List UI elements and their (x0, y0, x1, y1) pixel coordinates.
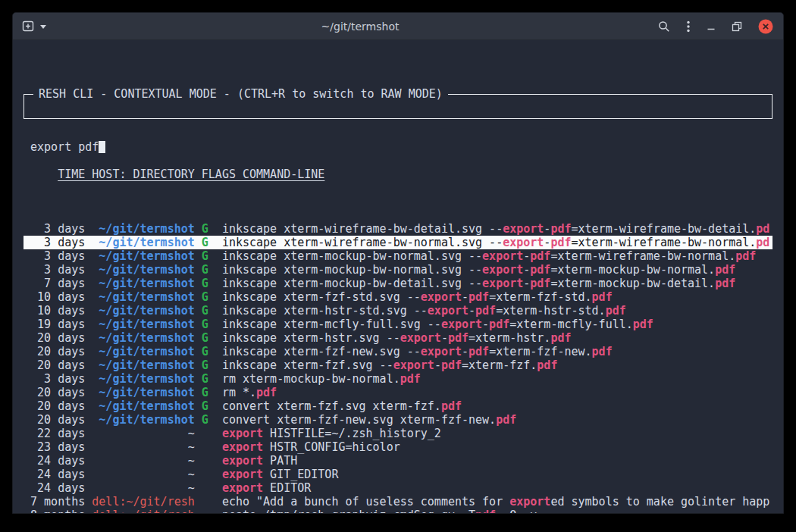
row-flags: G (195, 277, 222, 290)
history-row[interactable]: 3 days ~/git/termshot G inkscape xterm-w… (24, 222, 772, 236)
row-command-match: pd (756, 222, 769, 236)
row-time: 22 days (24, 427, 92, 440)
row-command-text: inkscape xterm-hstr.svg -- (222, 331, 400, 345)
row-time: 3 days (24, 263, 92, 277)
row-host-directory: ~/git/termshot (99, 236, 194, 249)
row-command-text: =xterm-mockup-bw-normal. (550, 263, 715, 277)
row-command-text: EDITOR (263, 481, 311, 495)
row-command-match: pdf (715, 277, 735, 290)
close-icon (757, 18, 774, 35)
history-row-selected[interactable]: 3 days ~/git/termshot G inkscape xterm-w… (24, 236, 772, 249)
row-command-match: export (393, 358, 434, 372)
history-row[interactable]: 20 days ~/git/termshot G convert xterm-f… (24, 413, 772, 427)
menu-button[interactable] (686, 20, 691, 33)
history-row[interactable]: 3 days ~/git/termshot G rm xterm-mockup-… (24, 372, 772, 386)
row-host-pad (92, 358, 99, 372)
row-host-pad (92, 263, 99, 277)
restore-button[interactable] (732, 21, 742, 32)
row-time: 19 days (24, 318, 92, 331)
history-row[interactable]: 19 days ~/git/termshot G inkscape xterm-… (24, 318, 772, 331)
minimize-button[interactable] (706, 21, 716, 32)
row-command-match: pdf (537, 358, 557, 372)
row-time: 24 days (24, 454, 92, 468)
row-host-pad (92, 468, 187, 481)
history-row[interactable]: 24 days ~ export PATH (24, 454, 772, 468)
row-command-match: pdf (496, 413, 516, 427)
history-row[interactable]: 3 days ~/git/termshot G inkscape xterm-m… (24, 249, 772, 263)
row-host-directory: dell:~/git/resh (92, 509, 194, 513)
row-time: 24 days (24, 468, 92, 481)
row-host-directory: ~/git/termshot (99, 399, 194, 413)
row-host-directory: ~/git/termshot (99, 222, 194, 236)
row-command-match: pdf (448, 331, 469, 345)
row-flags: G (195, 249, 222, 263)
history-row[interactable]: 20 days ~/git/termshot G inkscape xterm-… (24, 345, 772, 358)
close-button[interactable] (757, 18, 774, 35)
row-command-match: export (222, 440, 263, 454)
history-row[interactable]: 20 days ~/git/termshot G convert xterm-f… (24, 399, 772, 413)
row-command-text: =xterm-hstr-std. (496, 304, 606, 318)
new-tab-button[interactable] (22, 20, 47, 33)
history-row[interactable]: 20 days ~/git/termshot G inkscape xterm-… (24, 358, 772, 372)
row-command-text: neato /tmp/resh-graphviz-cmdSeq.gv -T (222, 509, 475, 513)
row-command-match: pdf (735, 249, 756, 263)
row-flags: G (195, 290, 222, 304)
row-host-directory: ~ (188, 468, 195, 481)
row-command-match: pdf (592, 345, 613, 358)
row-flags: G (195, 236, 222, 249)
row-command-text: -O -v (496, 509, 537, 513)
row-command-text: - (482, 318, 489, 331)
row-command-text: convert xterm-fzf.svg xterm-fzf. (222, 399, 441, 413)
terminal-window: ~/git/termshot (12, 12, 784, 514)
history-row[interactable]: 24 days ~ export GIT_EDITOR (24, 468, 772, 481)
row-host-directory: ~/git/termshot (99, 290, 194, 304)
row-command-match: pdf (633, 318, 653, 331)
history-row[interactable]: 23 days ~ export HSTR_CONFIG=hicolor (24, 440, 772, 454)
row-command-text: - (441, 331, 448, 345)
history-row[interactable]: 20 days ~/git/termshot G inkscape xterm-… (24, 331, 772, 345)
row-time: 20 days (24, 358, 92, 372)
row-command-text: - (469, 304, 475, 318)
row-command-text: inkscape xterm-hstr-std.svg -- (222, 304, 428, 318)
row-command-match: export (441, 318, 482, 331)
row-command-text: echo "Add a bunch of useless comments fo… (222, 495, 509, 509)
row-command-match: pdf (441, 358, 462, 372)
row-command-text: =xterm-fzf. (462, 358, 537, 372)
row-command-text: =xterm-hstr. (469, 331, 550, 345)
search-box-title: RESH CLI - CONTEXTUAL MODE - (CTRL+R to … (33, 87, 448, 101)
row-command-text: HSTR_CONFIG=hicolor (263, 440, 400, 454)
search-query-input[interactable]: export pdf (24, 136, 772, 158)
history-row[interactable]: 7 days ~/git/termshot G inkscape xterm-m… (24, 277, 772, 290)
row-command-match: pdf (530, 263, 550, 277)
row-host-directory: ~/git/termshot (99, 413, 194, 427)
row-flags (195, 468, 222, 481)
restore-icon (732, 21, 742, 32)
row-command-text: =xterm-wireframe-bw-detail. (571, 222, 756, 236)
row-command-text: HISTFILE=~/.zsh_history_2 (263, 427, 441, 440)
history-row[interactable]: 10 days ~/git/termshot G inkscape xterm-… (24, 304, 772, 318)
row-command-text: inkscape xterm-wireframe-bw-normal.svg -… (222, 236, 503, 249)
row-command-match: pdf (606, 304, 626, 318)
row-flags (195, 454, 222, 468)
row-flags (195, 481, 222, 495)
history-row[interactable]: 7 months dell:~/git/resh echo "Add a bun… (24, 495, 772, 509)
row-command-match: export (509, 495, 550, 509)
history-row[interactable]: 24 days ~ export EDITOR (24, 481, 772, 495)
row-flags (195, 427, 222, 440)
history-row[interactable]: 22 days ~ export HISTFILE=~/.zsh_history… (24, 427, 772, 440)
row-flags: G (195, 304, 222, 318)
row-host-pad (92, 481, 187, 495)
terminal-screen[interactable]: RESH CLI - CONTEXTUAL MODE - (CTRL+R to … (13, 40, 783, 513)
search-button[interactable] (657, 20, 671, 33)
row-host-directory: ~ (188, 481, 195, 495)
row-command-match: pdf (550, 331, 571, 345)
titlebar: ~/git/termshot (13, 13, 783, 40)
history-row[interactable]: 3 days ~/git/termshot G inkscape xterm-m… (24, 263, 772, 277)
history-row[interactable]: 20 days ~/git/termshot G rm *.pdf (24, 386, 772, 399)
row-host-pad (92, 236, 99, 249)
row-host-directory: ~/git/termshot (99, 358, 194, 372)
row-time: 7 days (24, 277, 92, 290)
history-row[interactable]: 8 months dell:~/git/resh neato /tmp/resh… (24, 509, 772, 513)
row-command-match: pdf (715, 263, 735, 277)
history-row[interactable]: 10 days ~/git/termshot G inkscape xterm-… (24, 290, 772, 304)
